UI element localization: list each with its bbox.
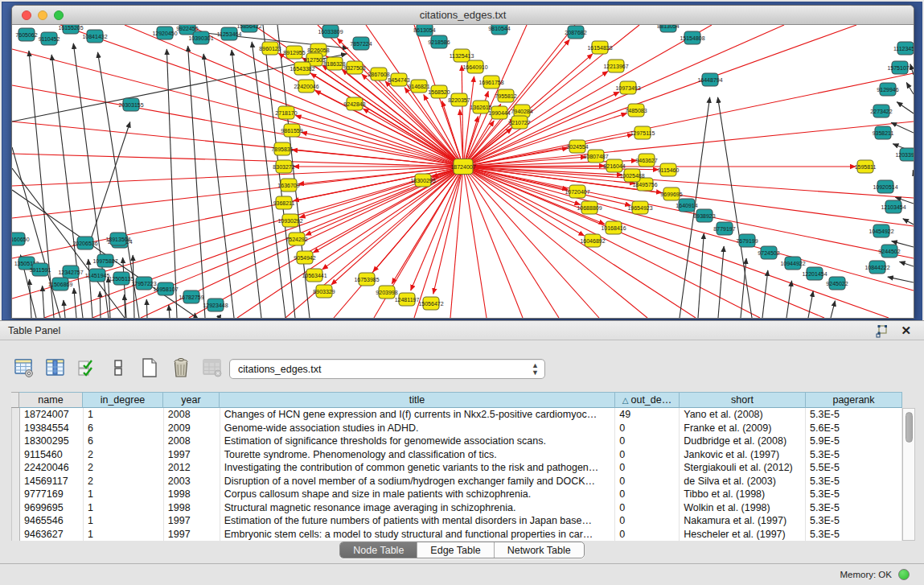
graph-node[interactable]: 10454922 <box>869 225 893 237</box>
float-panel-icon[interactable] <box>875 324 889 338</box>
graph-node[interactable]: 15056472 <box>418 297 443 310</box>
graph-node[interactable]: 8813054 <box>657 25 679 32</box>
graph-node[interactable]: 1568520 <box>428 85 450 98</box>
table-selector-dropdown[interactable]: citations_edges.txt ▲▼ <box>229 359 545 379</box>
table-row[interactable]: 2242004622012Investigating the contribut… <box>12 461 902 475</box>
network-graph-canvas[interactable]: 11325413 16640910 16961758 7955812 13626… <box>12 25 914 318</box>
graph-node[interactable]: 2718170 <box>275 106 297 119</box>
table-settings-icon[interactable] <box>11 355 37 381</box>
graph-node[interactable]: 9368211 <box>273 196 295 209</box>
graph-node[interactable]: 9129946 <box>877 83 898 96</box>
graph-node[interactable]: 10944922 <box>780 257 805 270</box>
graph-node[interactable]: 7955812 <box>495 89 516 102</box>
graph-node[interactable]: 15751074 <box>887 61 912 74</box>
graph-node[interactable]: 19654923 <box>627 201 652 214</box>
graph-node[interactable]: 12342757 <box>58 266 83 278</box>
graph-node[interactable]: 12103454 <box>881 200 906 213</box>
graph-node[interactable]: 8216044 <box>603 159 625 172</box>
graph-node[interactable]: 8779197 <box>713 222 735 235</box>
table-row[interactable]: 946554611997Estimation of the future num… <box>12 514 902 528</box>
graph-node[interactable]: 7679199 <box>736 234 758 247</box>
column-header-year[interactable]: year <box>163 392 220 408</box>
graph-node[interactable]: 12201454 <box>802 267 827 280</box>
table-vertical-scrollbar[interactable] <box>902 408 915 541</box>
graph-node[interactable]: 16155205 <box>58 25 83 34</box>
select-rows-checks-icon[interactable] <box>74 355 100 381</box>
graph-node[interactable]: 2867608 <box>368 68 389 80</box>
graph-node[interactable]: 2273422 <box>870 105 892 117</box>
graph-node[interactable]: 12213967 <box>603 60 628 72</box>
graph-node[interactable]: 20206536 <box>72 237 97 249</box>
graph-node[interactable]: 10688809 <box>577 201 602 214</box>
graph-node[interactable]: 12481197 <box>395 293 420 306</box>
graph-node[interactable]: 7895831 <box>271 142 293 155</box>
graph-node[interactable]: 8903329 <box>313 285 335 298</box>
graph-node[interactable]: 8303272 <box>273 160 294 173</box>
tab-network-table[interactable]: Network Table <box>495 542 584 558</box>
graph-node[interactable]: 1990444 <box>488 106 510 119</box>
graph-node[interactable]: 11123450 <box>893 42 914 55</box>
graph-node[interactable]: 9463627 <box>635 154 657 167</box>
graph-node[interactable]: 9210727 <box>508 116 530 129</box>
graph-node[interactable]: 10975887 <box>92 254 117 267</box>
graph-node[interactable]: 7524292 <box>285 233 307 245</box>
graph-node[interactable]: 9861559 <box>281 124 302 137</box>
graph-node[interactable]: 9054942 <box>294 251 315 264</box>
table-row[interactable]: 946362711997Embryonic stem cells: a mode… <box>12 528 902 542</box>
graph-node[interactable]: 18724007 <box>450 159 475 175</box>
table-row[interactable]: 1938455462009Genome-wide association stu… <box>12 422 902 435</box>
graph-node[interactable]: 9327508 <box>343 61 365 74</box>
graph-node[interactable]: 9242848 <box>343 97 365 110</box>
graph-node[interactable]: 10920514 <box>873 180 897 193</box>
column-header-short[interactable]: short <box>680 392 806 408</box>
graph-node[interactable]: 8912955 <box>283 46 305 59</box>
memory-status-indicator[interactable] <box>898 569 910 580</box>
graph-node[interactable]: 9115460 <box>658 163 680 176</box>
graph-node[interactable]: 12505135 <box>109 272 133 285</box>
table-row[interactable]: 1456911722003Disruption of a novel membe… <box>12 475 902 488</box>
graph-node[interactable]: 10844222 <box>864 261 889 274</box>
scrollbar-thumb[interactable] <box>906 412 913 443</box>
graph-node[interactable]: 9218586 <box>428 35 450 48</box>
table-row[interactable]: 911546021997Tourette syndrome. Phenomeno… <box>12 448 902 462</box>
graph-node[interactable]: 10841432 <box>82 30 107 43</box>
column-header-pagerank[interactable]: pagerank <box>806 392 902 408</box>
column-header-in_degree[interactable]: in_degree <box>83 392 163 408</box>
graph-node[interactable]: 10807487 <box>583 150 608 163</box>
graph-node[interactable]: 9810544 <box>488 25 510 35</box>
network-window-titlebar[interactable]: citations_edges.txt <box>12 6 914 25</box>
graph-node[interactable]: 9110452 <box>39 32 60 45</box>
graph-node[interactable]: 20303155 <box>118 98 143 111</box>
graph-node[interactable]: 8960123 <box>259 42 281 55</box>
graph-node[interactable]: 2087682 <box>565 26 586 39</box>
trash-icon[interactable] <box>168 355 194 381</box>
graph-node[interactable]: 8220357 <box>448 93 470 106</box>
graph-node[interactable]: 16033809 <box>318 25 343 38</box>
tab-edge-table[interactable]: Edge Table <box>417 542 494 558</box>
column-header-out_de[interactable]: △out_de… <box>615 392 680 408</box>
table-row[interactable]: 1872400712008Changes of HCN gene express… <box>12 408 902 422</box>
graph-node[interactable]: 1595811 <box>855 160 877 173</box>
graph-node[interactable]: 9699695 <box>660 187 682 200</box>
graph-node[interactable]: 12975115 <box>630 126 655 139</box>
graph-node[interactable]: 8454743 <box>388 73 409 86</box>
show-column-icon[interactable] <box>43 355 68 381</box>
graph-node[interactable]: 16961758 <box>478 76 503 89</box>
close-panel-icon[interactable]: ✕ <box>901 323 911 338</box>
table-row[interactable]: 969969511998Structural magnetic resonanc… <box>12 501 902 515</box>
graph-node[interactable]: 7857224 <box>350 37 372 50</box>
graph-node[interactable]: 12033954 <box>895 148 914 161</box>
graph-node[interactable]: 7605062 <box>15 28 37 41</box>
graph-node[interactable]: 3024554 <box>566 140 588 153</box>
network-graph[interactable]: 11325413 16640910 16961758 7955812 13626… <box>12 25 914 318</box>
graph-node[interactable]: 9244502 <box>878 245 900 257</box>
graph-node[interactable]: 16782759 <box>179 290 203 303</box>
graph-node[interactable]: 9358211 <box>873 126 894 139</box>
graph-node[interactable]: 12920450 <box>152 27 177 39</box>
graph-node[interactable]: 8938923 <box>693 209 715 222</box>
graph-node[interactable]: 25160650 <box>12 233 30 245</box>
row-height-icon[interactable] <box>105 355 131 381</box>
graph-node[interactable]: 7485083 <box>625 104 647 117</box>
tab-node-table[interactable]: Node Table <box>340 542 417 558</box>
graph-node[interactable]: 8613054 <box>413 25 435 36</box>
